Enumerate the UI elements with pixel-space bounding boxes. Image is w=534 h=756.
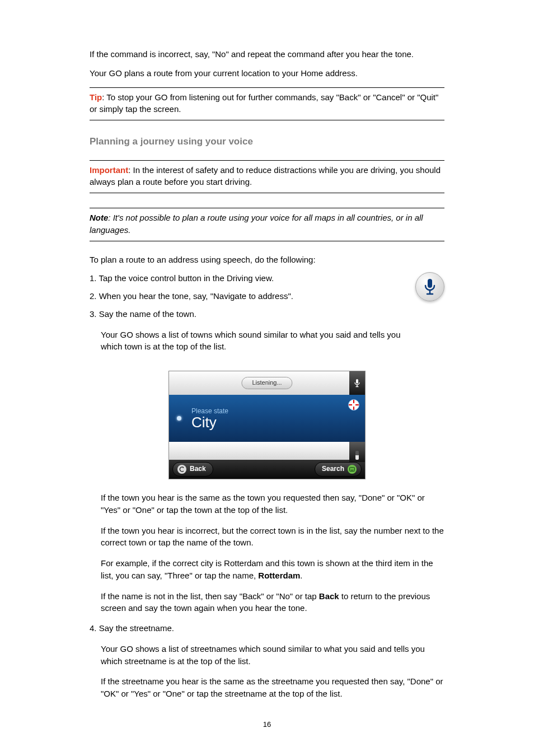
important-text: : In the interest of safety and to reduc…: [90, 165, 441, 187]
listening-indicator: Listening...: [241, 377, 292, 389]
step-2: 2. When you hear the tone, say, "Navigat…: [90, 290, 444, 302]
step-3-body: If the name is not in the list, then say…: [101, 590, 444, 615]
prompt-large-text: City: [191, 415, 228, 430]
device-strip: [169, 442, 365, 460]
step-3-body: If the town you hear is incorrect, but t…: [101, 525, 444, 549]
device-top-bar: Listening...: [169, 371, 365, 395]
svg-point-9: [352, 469, 352, 469]
back-arrow-icon: [177, 465, 186, 474]
svg-point-10: [353, 469, 354, 469]
step-4-body: If the streetname you hear is the same a…: [101, 675, 444, 700]
body-text: If the command is incorrect, say, "No" a…: [90, 48, 444, 60]
tip-label: Tip: [90, 92, 102, 102]
keyboard-icon: [348, 465, 357, 474]
flag-icon: [348, 399, 359, 410]
lead-text: To plan a route to an address using spee…: [90, 254, 444, 266]
svg-rect-3: [356, 379, 358, 384]
device-screenshot: Listening... Please state City: [168, 371, 366, 479]
device-top-mic-icon: [349, 371, 365, 395]
note-text: : It's not possible to plan a route usin…: [90, 213, 423, 235]
section-heading: Planning a journey using your voice: [90, 135, 444, 149]
tip-text: : To stop your GO from listening out for…: [90, 92, 438, 114]
important-box: Important: In the interest of safety and…: [90, 160, 444, 194]
bold-back: Back: [319, 591, 339, 601]
volume-indicator-icon: [349, 442, 365, 462]
device-bottom-bar: Back Search: [169, 460, 365, 479]
search-button-label: Search: [322, 464, 344, 474]
svg-point-8: [350, 469, 351, 469]
bold-example-town: Rotterdam: [258, 571, 300, 580]
search-button[interactable]: Search: [315, 462, 362, 476]
note-box: Note: It's not possible to plan a route …: [90, 208, 444, 241]
step-1: 1. Tap the voice control button in the D…: [90, 272, 444, 284]
step-4-body: Your GO shows a list of streetnames whic…: [101, 643, 444, 668]
page: If the command is incorrect, say, "No" a…: [0, 0, 534, 756]
back-button-label: Back: [190, 464, 206, 474]
svg-rect-0: [428, 279, 432, 288]
step-3-body: Your GO shows a list of towns which soun…: [101, 329, 444, 353]
back-button[interactable]: Back: [172, 462, 213, 476]
step-3-body: If the town you hear is the same as the …: [101, 492, 444, 516]
tip-box: Tip: To stop your GO from listening out …: [90, 87, 444, 121]
device-mid-panel: Please state City: [169, 395, 365, 442]
important-label: Important: [90, 165, 128, 175]
svg-rect-6: [350, 468, 355, 472]
step-3-body: For example, if the correct city is Rott…: [101, 557, 444, 582]
page-number: 16: [0, 720, 534, 730]
step-4: 4. Say the streetname.: [90, 622, 444, 634]
sound-dot-icon: [177, 416, 181, 421]
body-text: Your GO plans a route from your current …: [90, 67, 444, 80]
svg-rect-7: [350, 470, 354, 470]
note-label: Note: [90, 213, 108, 222]
microphone-icon: [415, 272, 444, 301]
step-3: 3. Say the name of the town.: [90, 308, 444, 320]
